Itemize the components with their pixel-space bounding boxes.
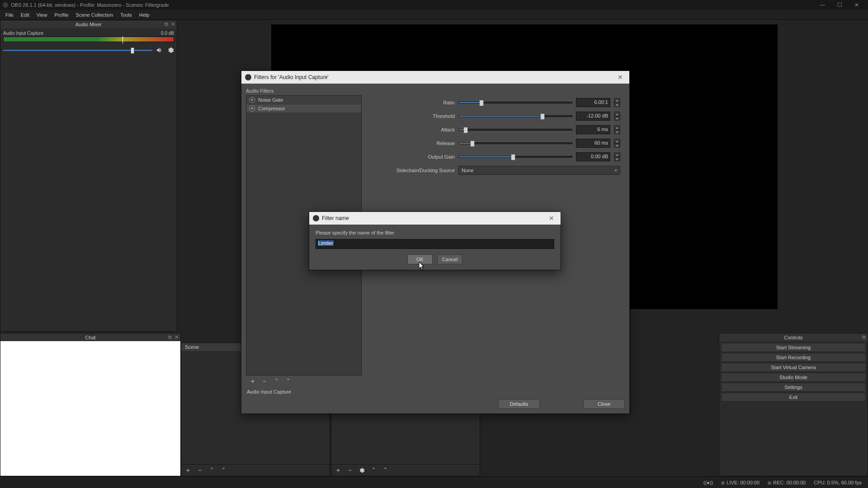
- output-gain-value[interactable]: 0.00 dB: [576, 152, 610, 161]
- move-source-down-button[interactable]: ˅: [381, 466, 389, 474]
- attack-slider[interactable]: [458, 129, 572, 131]
- ratio-label: Ratio: [369, 100, 455, 105]
- audio-mixer-dock: Audio Mixer ⧉ ✕ Audio Input Capture 0.0 …: [0, 20, 177, 332]
- speaker-icon[interactable]: [156, 47, 163, 54]
- spin-down-icon[interactable]: ▼: [614, 103, 620, 107]
- filters-dialog-titlebar[interactable]: Filters for 'Audio Input Capture' ✕: [241, 71, 629, 84]
- filter-name-input[interactable]: Limiter: [316, 239, 554, 249]
- audio-mixer-title[interactable]: Audio Mixer ⧉ ✕: [0, 20, 177, 28]
- visibility-toggle-icon[interactable]: 👁: [249, 105, 255, 112]
- spin-up-icon[interactable]: ▲: [614, 152, 620, 157]
- filter-name-prompt: Please specify the name of the filter: [316, 230, 554, 235]
- maximize-button[interactable]: ☐: [831, 0, 848, 10]
- move-filter-down-button[interactable]: ˅: [284, 377, 292, 385]
- obs-logo-icon: [313, 215, 319, 221]
- defaults-button[interactable]: Defaults: [498, 399, 540, 409]
- spin-up-icon[interactable]: ▲: [614, 139, 620, 143]
- menu-profile[interactable]: Profile: [51, 11, 72, 19]
- status-bar: ((●)) LIVE: 00:00:00 REC: 00:00:00 CPU: …: [0, 476, 868, 488]
- filter-list-toolbar: ＋ － ˄ ˅: [246, 375, 362, 387]
- sidechain-select[interactable]: None ▾: [458, 166, 620, 175]
- visibility-toggle-icon[interactable]: 👁: [249, 97, 255, 103]
- attack-label: Attack: [369, 127, 455, 132]
- dock-popout-icon[interactable]: ⧉: [862, 334, 866, 340]
- menu-help[interactable]: Help: [136, 11, 153, 19]
- start-streaming-button[interactable]: Start Streaming: [721, 343, 866, 352]
- filters-dialog-close-button[interactable]: ✕: [615, 74, 626, 81]
- ratio-value[interactable]: 6.00:1: [576, 98, 610, 107]
- sidechain-label: Sidechain/Ducking Source: [369, 168, 455, 173]
- move-filter-up-button[interactable]: ˄: [272, 377, 280, 385]
- filter-name-close-button[interactable]: ✕: [546, 215, 557, 222]
- mixer-source-name: Audio Input Capture: [3, 31, 43, 36]
- filter-name-titlebar[interactable]: Filter name ✕: [309, 212, 561, 225]
- release-value[interactable]: 60 ms: [576, 139, 610, 148]
- cancel-button[interactable]: Cancel: [437, 254, 462, 264]
- ok-button[interactable]: OK: [407, 254, 433, 264]
- dock-popout-icon[interactable]: ⧉: [165, 21, 168, 27]
- dock-popout-icon[interactable]: ⧉: [168, 334, 172, 340]
- threshold-label: Threshold: [369, 113, 455, 119]
- add-filter-button[interactable]: ＋: [249, 377, 257, 385]
- start-virtual-camera-button[interactable]: Start Virtual Camera: [721, 363, 866, 372]
- menu-bar: File Edit View Profile Scene Collection …: [0, 10, 868, 20]
- remove-source-button[interactable]: －: [346, 466, 354, 474]
- controls-title-label: Controls: [784, 335, 803, 340]
- spin-down-icon[interactable]: ▼: [614, 157, 620, 161]
- menu-tools[interactable]: Tools: [117, 11, 136, 19]
- spin-up-icon[interactable]: ▲: [614, 125, 620, 130]
- menu-edit[interactable]: Edit: [17, 11, 33, 19]
- studio-mode-button[interactable]: Studio Mode: [721, 373, 866, 382]
- attack-value[interactable]: 6 ms: [576, 125, 610, 134]
- filters-source-label: Audio Input Capture: [246, 387, 625, 396]
- mixer-level-db: 0.0 dB: [161, 31, 174, 36]
- source-properties-button[interactable]: [358, 466, 366, 474]
- move-scene-down-button[interactable]: ˅: [219, 466, 227, 474]
- dock-close-icon[interactable]: ✕: [175, 334, 179, 340]
- controls-title[interactable]: Controls ⧉: [719, 333, 868, 341]
- move-source-up-button[interactable]: ˄: [369, 466, 377, 474]
- audio-filters-label: Audio Filters: [246, 88, 625, 94]
- move-scene-up-button[interactable]: ˄: [208, 466, 216, 474]
- volume-slider[interactable]: [3, 50, 152, 51]
- spin-up-icon[interactable]: ▲: [614, 98, 620, 103]
- menu-file[interactable]: File: [2, 11, 17, 19]
- start-recording-button[interactable]: Start Recording: [721, 353, 866, 362]
- close-filters-button[interactable]: Close: [583, 399, 625, 409]
- settings-button[interactable]: Settings: [721, 383, 866, 392]
- filter-item-compressor[interactable]: 👁 Compressor: [246, 104, 361, 113]
- filters-dialog-title: Filters for 'Audio Input Capture': [254, 74, 329, 80]
- menu-scene-collection[interactable]: Scene Collection: [72, 11, 117, 19]
- menu-view[interactable]: View: [33, 11, 51, 19]
- spin-down-icon[interactable]: ▼: [614, 116, 620, 121]
- threshold-slider[interactable]: [458, 115, 572, 117]
- spin-down-icon[interactable]: ▼: [614, 130, 620, 134]
- remove-scene-button[interactable]: －: [196, 466, 204, 474]
- volume-slider-row: [3, 47, 174, 54]
- chat-dock: Chat ⧉ ✕: [0, 333, 181, 476]
- live-indicator-icon: [721, 481, 725, 485]
- audio-mixer-title-label: Audio Mixer: [75, 22, 102, 27]
- gear-icon[interactable]: [167, 47, 174, 54]
- spin-up-icon[interactable]: ▲: [614, 112, 620, 116]
- filter-name-input-value: Limiter: [318, 240, 334, 246]
- chat-title[interactable]: Chat ⧉ ✕: [0, 333, 180, 341]
- filter-name-title: Filter name: [322, 215, 349, 221]
- obs-logo-icon: [245, 74, 251, 80]
- ratio-slider[interactable]: [458, 102, 572, 103]
- output-gain-slider[interactable]: [458, 156, 572, 158]
- threshold-value[interactable]: -12.00 dB: [576, 112, 610, 121]
- add-source-button[interactable]: ＋: [334, 466, 342, 474]
- chat-body[interactable]: [0, 341, 180, 476]
- add-scene-button[interactable]: ＋: [184, 466, 192, 474]
- status-live: LIVE: 00:00:00: [726, 480, 760, 485]
- window-titlebar: OBS 26.1.1 (64-bit, windows) - Profile: …: [0, 0, 868, 10]
- filter-item-noise-gate[interactable]: 👁 Noise Gate: [246, 96, 361, 104]
- remove-filter-button[interactable]: －: [260, 377, 269, 385]
- dock-close-icon[interactable]: ✕: [171, 21, 175, 27]
- close-window-button[interactable]: ✕: [848, 0, 865, 10]
- release-slider[interactable]: [458, 142, 572, 144]
- exit-button[interactable]: Exit: [721, 393, 866, 402]
- minimize-button[interactable]: —: [814, 0, 831, 10]
- spin-down-icon[interactable]: ▼: [614, 143, 620, 148]
